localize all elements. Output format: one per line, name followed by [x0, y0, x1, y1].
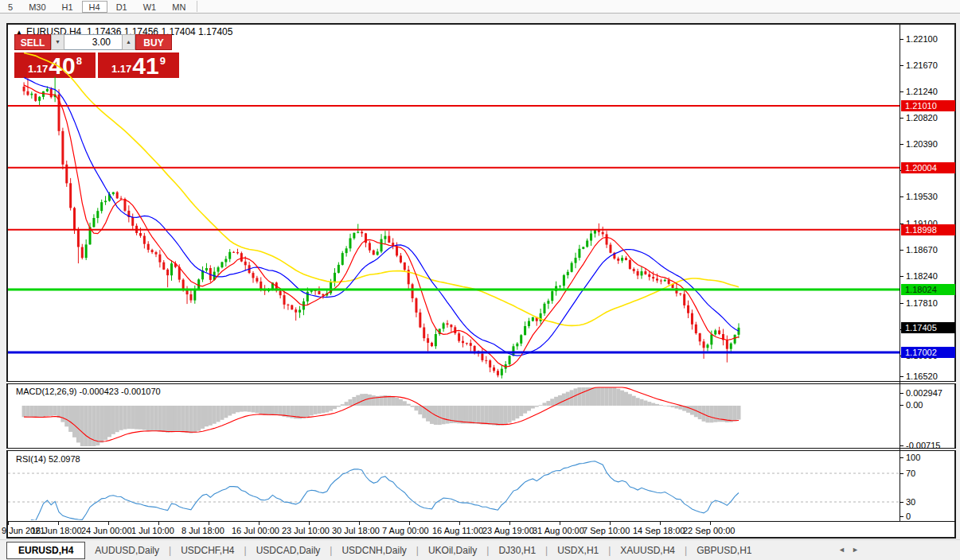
indicator-axis-label: 70	[906, 469, 957, 478]
time-tick-mark	[509, 522, 510, 525]
timeframe-button-mn[interactable]: MN	[165, 1, 193, 13]
time-tick-mark	[209, 522, 209, 525]
price-tick-mark	[900, 303, 903, 304]
tab-scroll-left-icon[interactable]: ◄	[838, 546, 845, 554]
price-tick-mark	[900, 39, 903, 40]
indicator-tick-mark	[900, 473, 903, 474]
price-tick-mark	[900, 65, 903, 66]
time-tick-mark	[108, 522, 109, 525]
time-tick-label: 16 Jun 18:00	[31, 526, 82, 535]
time-tick-label: 1 Jul 10:00	[131, 526, 174, 535]
price-tick-label: 1.16520	[906, 371, 957, 381]
price-tick-label: 1.21670	[906, 60, 957, 70]
toolbar-separator	[197, 1, 197, 12]
timeframe-button-h1[interactable]: H1	[55, 1, 80, 13]
indicator-tick-mark	[900, 393, 903, 394]
price-tick-mark	[900, 144, 903, 145]
time-tick-mark	[660, 522, 661, 525]
timeframe-toolbar: 5M30H1H4D1W1MN	[0, 0, 960, 14]
indicator-axis-label: 100	[906, 453, 957, 462]
price-chart-canvas[interactable]	[8, 25, 900, 381]
time-tick-mark	[459, 522, 460, 525]
rsi-indicator-label: RSI(14) 52.0978	[16, 454, 80, 464]
time-tick-mark	[158, 522, 159, 525]
time-tick-mark	[359, 522, 360, 525]
time-tick-mark	[710, 522, 711, 525]
indicator-axis-label: -0.00715	[906, 441, 957, 450]
time-tick-label: 7 Sep 10:00	[583, 526, 630, 535]
chart-tab-usdx[interactable]: USDX,H1	[548, 542, 608, 558]
chart-tab-usdcnh[interactable]: USDCNH,Daily	[332, 542, 416, 558]
macd-indicator-label: MACD(12,26,9) -0.000423 -0.001070	[16, 387, 161, 396]
panel-divider[interactable]	[6, 381, 956, 384]
time-tick-mark	[259, 522, 260, 525]
panel-divider[interactable]	[6, 448, 956, 451]
price-tick-label: 1.18670	[906, 245, 957, 255]
time-tick-label: 16 Jul 00:00	[232, 526, 279, 535]
price-tick-label: 1.17810	[906, 298, 957, 308]
timeframe-button-w1[interactable]: W1	[136, 1, 164, 13]
indicator-tick-mark	[900, 405, 903, 406]
time-tick-label: 14 Sep 18:00	[633, 526, 685, 535]
time-axis-border	[8, 521, 956, 522]
price-tick-label: 1.20390	[906, 139, 957, 149]
price-level-label-1.20004: 1.20004	[901, 162, 955, 173]
price-tick-mark	[900, 376, 903, 377]
time-tick-mark	[309, 522, 310, 525]
price-tick-label: 1.20820	[906, 113, 957, 122]
time-tick-label: 8 Jul 18:00	[181, 526, 224, 535]
price-tick-label: 1.18240	[906, 271, 957, 281]
time-tick-label: 22 Sep 00:00	[683, 526, 735, 535]
indicator-tick-mark	[900, 457, 903, 458]
chart-tab-usdchf[interactable]: USDCHF,H4	[171, 542, 244, 558]
chart-tab-ukoil[interactable]: UKOil,Daily	[419, 542, 486, 558]
timeframe-button-m30[interactable]: M30	[21, 1, 53, 13]
indicator-tick-mark	[900, 445, 903, 446]
price-tick-label: 1.22100	[906, 34, 957, 44]
price-tick-label: 1.19530	[906, 192, 957, 201]
time-tick-label: 23 Jul 10:00	[282, 526, 330, 535]
price-level-label-1.18024: 1.18024	[901, 284, 955, 295]
indicator-axis-label: 0	[906, 511, 957, 521]
indicator-axis-label: 0.002947	[906, 388, 957, 398]
price-tick-mark	[900, 250, 903, 251]
indicator-tick-mark	[900, 516, 903, 517]
indicator-tick-mark	[900, 502, 903, 503]
chart-tab-gbpusd[interactable]: GBPUSD,H1	[687, 542, 761, 558]
time-tick-label: 24 Jun 00:00	[81, 526, 132, 535]
chart-tab-dj30[interactable]: DJ30,H1	[489, 542, 545, 558]
time-tick-label: 31 Aug 00:00	[533, 526, 584, 535]
timeframe-button-h4[interactable]: H4	[82, 1, 107, 13]
price-level-label-1.18998: 1.18998	[901, 224, 955, 235]
price-level-label-1.17405: 1.17405	[901, 322, 955, 333]
indicator-axis-label: 30	[906, 497, 957, 507]
tab-scroll-right-icon[interactable]: ►	[852, 546, 859, 554]
chart-tab-usdcad[interactable]: USDCAD,Daily	[247, 542, 330, 558]
chart-tab-audusd[interactable]: AUDUSD,Daily	[85, 542, 169, 558]
time-tick-label: 23 Aug 19:00	[482, 526, 534, 535]
time-tick-mark	[560, 522, 560, 525]
price-tick-mark	[900, 276, 903, 277]
timeframe-button-d1[interactable]: D1	[109, 1, 135, 13]
time-tick-label: 30 Jul 18:00	[332, 526, 380, 535]
price-level-label-1.21010: 1.21010	[901, 100, 955, 111]
price-axis-border	[900, 25, 900, 521]
price-level-label-1.17002: 1.17002	[901, 347, 955, 358]
time-tick-mark	[8, 522, 9, 525]
chart-tab-eurusd[interactable]: EURUSD,H4	[6, 542, 85, 559]
chart-tab-xauusd[interactable]: XAUUSD,H4	[611, 542, 685, 558]
time-tick-mark	[409, 522, 410, 525]
time-tick-mark	[58, 522, 59, 525]
price-tick-mark	[900, 196, 903, 197]
timeframe-button-5[interactable]: 5	[1, 1, 20, 13]
time-tick-mark	[610, 522, 611, 525]
time-tick-label: 7 Aug 00:00	[382, 526, 429, 535]
time-tick-label: 16 Aug 11:00	[432, 526, 483, 535]
indicator-axis-label: 0.00	[906, 400, 957, 410]
price-tick-mark	[900, 91, 903, 92]
rsi-panel-canvas[interactable]	[8, 452, 900, 520]
price-tick-mark	[900, 118, 903, 119]
chart-tab-bar: EURUSD,H4AUDUSD,Daily|USDCHF,H4|USDCAD,D…	[0, 539, 960, 560]
price-tick-label: 1.21240	[906, 87, 957, 96]
